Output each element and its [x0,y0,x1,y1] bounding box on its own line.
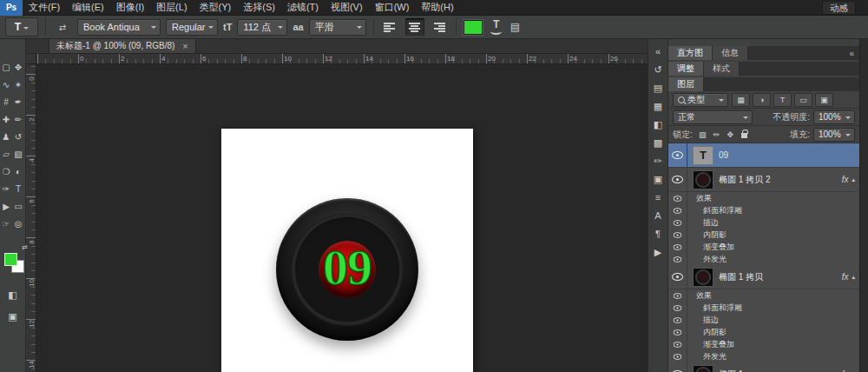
layer-effect-row[interactable]: 斜面和浮雕 [668,302,859,314]
opacity-select[interactable]: 100% [813,110,855,124]
font-family-select[interactable]: Book Antiqua [77,19,161,36]
layer-visibility-toggle[interactable] [668,168,687,191]
menu-item[interactable]: 视图(V) [325,0,369,15]
type-tool[interactable]: T [12,180,24,197]
lock-transparent-pixels-icon[interactable]: ▨ [696,128,709,141]
lock-position-icon[interactable]: ✥ [724,128,737,141]
layer-visibility-toggle[interactable] [668,362,687,372]
menu-item[interactable]: 图层(L) [150,0,193,15]
color-panel-icon[interactable]: ◧ [654,119,662,130]
filter-pixel-layers-icon[interactable]: ▦ [732,93,750,107]
menu-item[interactable]: 帮助(H) [415,0,459,15]
toggle-character-panel-button[interactable]: ▤ [510,21,520,33]
font-style-select[interactable]: Regular [166,19,218,36]
eraser-tool[interactable]: ▱ [0,145,12,163]
clone-source-panel-icon[interactable]: ▣ [654,174,662,184]
foreground-color-swatch[interactable] [4,253,17,266]
swatches-panel-icon[interactable]: ▩ [654,137,662,148]
menu-item[interactable]: 图像(I) [110,0,150,15]
layer-visibility-toggle[interactable] [668,143,687,167]
layer-row[interactable]: 椭圆 1 拷贝 2fx▴ [668,168,859,192]
menu-item[interactable]: 窗口(W) [369,0,416,15]
font-size-select[interactable]: 112 点 [237,19,287,36]
effect-visibility-toggle[interactable] [668,241,687,253]
blur-tool[interactable]: ❍ [0,163,12,180]
effect-visibility-toggle[interactable] [668,314,687,326]
panel-tab-layers[interactable]: 图层 [668,77,704,91]
layer-effect-row[interactable]: 斜面和浮雕 [668,204,859,216]
layer-effect-row[interactable]: 效果 [668,192,859,204]
layer-effect-row[interactable]: 外发光 [668,253,859,265]
swap-colors-icon[interactable]: ⇄ [22,243,28,251]
text-orientation-toggle[interactable]: ⇄ [53,18,72,36]
history-panel-icon[interactable]: ↺ [654,64,661,75]
collapse-effects-icon[interactable]: ▴ [852,176,855,183]
layer-thumbnail[interactable] [693,365,713,372]
layer-effect-row[interactable]: 效果 [668,289,859,302]
pen-tool[interactable]: ✑ [0,180,12,197]
text-color-swatch[interactable] [464,20,483,35]
dodge-tool[interactable]: ◐ [12,163,24,180]
panel-tab-info[interactable]: 信息 [713,46,748,60]
quick-mask-icon[interactable]: ◧ [8,289,16,301]
path-selection-tool[interactable]: ▶ [0,197,12,215]
layer-thumbnail[interactable] [693,268,713,287]
layer-row[interactable]: T09 [668,143,859,168]
effect-visibility-toggle[interactable] [668,350,687,362]
brush-panel-icon[interactable]: ✏ [654,156,661,166]
document-canvas[interactable]: 09 [221,129,473,372]
lasso-tool[interactable]: ∿ [0,76,12,93]
gradient-tool[interactable]: ▧ [12,145,24,163]
document-tab[interactable]: 未标题-1 @ 100% (09, RGB/8) × [49,39,196,53]
layer-effect-row[interactable]: 描边 [668,216,859,229]
menu-item[interactable]: 选择(S) [237,0,281,15]
panel-tab-histogram[interactable]: 直方图 [668,46,713,60]
collapse-effects-icon[interactable]: ▴ [852,274,855,280]
layer-effect-row[interactable]: 外发光 [668,350,859,362]
crop-tool[interactable]: # [0,93,12,110]
filter-type-layers-icon[interactable]: T [773,93,792,107]
brush-tool[interactable]: ✏ [12,110,24,128]
menu-item[interactable]: 滤镜(T) [281,0,325,15]
close-icon[interactable]: × [182,42,187,50]
ruler-vertical[interactable]: 02468101214 [26,64,36,372]
filter-adjustment-layers-icon[interactable]: ◑ [753,93,771,107]
zoom-tool[interactable]: ◎ [12,215,24,232]
effect-visibility-toggle[interactable] [668,229,687,241]
effect-visibility-toggle[interactable] [668,216,687,229]
effect-visibility-toggle[interactable] [668,253,687,265]
quick-selection-tool[interactable]: ✶ [12,76,24,93]
effect-visibility-toggle[interactable] [668,326,687,338]
layer-effect-row[interactable]: 渐变叠加 [668,241,859,253]
properties-panel-icon[interactable]: ▤ [654,83,662,93]
effect-visibility-toggle[interactable] [668,302,687,314]
layer-thumbnail[interactable] [693,170,713,189]
blend-mode-select[interactable]: 正常 [673,110,753,124]
filter-smart-objects-icon[interactable]: ▣ [815,93,833,107]
menu-item[interactable]: 编辑(E) [66,0,110,15]
lock-image-pixels-icon[interactable]: ✏ [710,128,723,141]
paragraph-styles-panel-icon[interactable]: ≡ [655,192,661,203]
align-left-button[interactable] [381,18,400,36]
ruler-horizontal[interactable]: 02468101214161820222426 [36,54,648,64]
anti-alias-select[interactable]: 平滑 [309,19,366,36]
menu-item[interactable]: 文件(F) [23,0,66,15]
workspace-switcher[interactable]: 动感 [822,1,856,15]
rectangular-marquee-tool[interactable]: ▢ [0,58,12,76]
healing-brush-tool[interactable]: ✚ [0,110,12,128]
timeline-panel-icon[interactable]: ▶ [654,247,661,257]
collapse-dock-icon[interactable]: « [655,46,661,56]
tool-preset-picker[interactable]: T [5,17,38,37]
paragraph-panel-icon[interactable]: ¶ [655,229,661,239]
fill-select[interactable]: 100% [813,128,855,142]
move-tool[interactable]: ✥ [12,58,24,76]
shape-tool[interactable]: ▭ [12,197,24,215]
collapse-panels-icon[interactable]: « [849,46,854,60]
panel-tab-adjustments[interactable]: 调整 [668,62,704,76]
effect-visibility-toggle[interactable] [668,289,687,302]
layer-filter-type-select[interactable]: 类型 [673,93,728,107]
warp-text-button[interactable]: T [488,19,505,35]
clone-stamp-tool[interactable]: ♟ [0,128,12,145]
menu-item[interactable]: 类型(Y) [194,0,238,15]
layer-visibility-toggle[interactable] [668,265,687,289]
